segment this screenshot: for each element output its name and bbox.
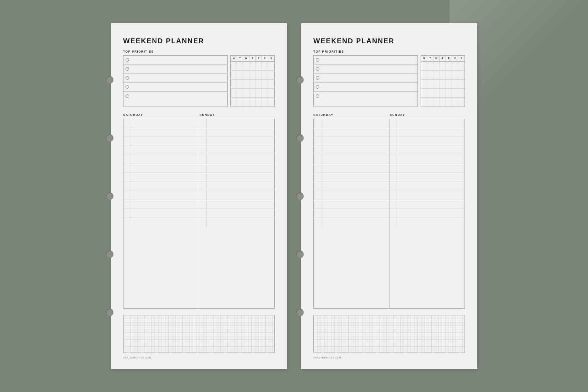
sevent-3[interactable] bbox=[207, 137, 275, 146]
sat-row-12[interactable] bbox=[123, 218, 199, 227]
r-sat-row-8[interactable] bbox=[314, 182, 389, 191]
checkbox-1[interactable] bbox=[126, 58, 129, 62]
rhc-1-1[interactable] bbox=[421, 62, 427, 71]
r-sevent-8[interactable] bbox=[397, 182, 465, 191]
sun-row-9[interactable] bbox=[199, 191, 275, 200]
r-sat-row-2[interactable] bbox=[314, 128, 389, 137]
rhc-5-2[interactable] bbox=[427, 98, 433, 107]
r-sat-row-5[interactable] bbox=[314, 155, 389, 164]
event-4[interactable] bbox=[131, 146, 199, 155]
sat-row-10[interactable] bbox=[123, 200, 199, 209]
rhc-1-2[interactable] bbox=[427, 62, 433, 71]
event-9[interactable] bbox=[131, 191, 199, 200]
sevent-9[interactable] bbox=[207, 191, 275, 200]
rhc-4-5[interactable] bbox=[446, 89, 452, 98]
r-sun-row-1[interactable] bbox=[389, 119, 465, 128]
rhc-4-7[interactable] bbox=[458, 89, 465, 98]
hc-4-7[interactable] bbox=[268, 89, 274, 98]
hc-1-3[interactable] bbox=[243, 62, 249, 71]
hc-2-7[interactable] bbox=[268, 71, 274, 80]
sevent-6[interactable] bbox=[207, 164, 275, 173]
hc-4-3[interactable] bbox=[243, 89, 249, 98]
sat-row-11[interactable] bbox=[123, 209, 199, 218]
r-event-4[interactable] bbox=[321, 146, 389, 155]
rhc-5-1[interactable] bbox=[421, 98, 427, 107]
sevent-4[interactable] bbox=[207, 146, 275, 155]
rhc-3-4[interactable] bbox=[440, 80, 446, 89]
sevent-11[interactable] bbox=[207, 209, 275, 218]
sevent-7[interactable] bbox=[207, 173, 275, 182]
sevent-5[interactable] bbox=[207, 155, 275, 164]
r-event-3[interactable] bbox=[321, 137, 389, 146]
r-event-7[interactable] bbox=[321, 173, 389, 182]
r-sun-row-10[interactable] bbox=[389, 200, 465, 209]
sun-row-5[interactable] bbox=[199, 155, 275, 164]
checkbox-5[interactable] bbox=[126, 94, 129, 98]
r-sat-row-4[interactable] bbox=[314, 146, 389, 155]
r-event-11[interactable] bbox=[321, 209, 389, 218]
r-sun-row-9[interactable] bbox=[389, 191, 465, 200]
hc-5-5[interactable] bbox=[256, 98, 262, 107]
event-2[interactable] bbox=[131, 128, 199, 137]
event-6[interactable] bbox=[131, 164, 199, 173]
r-priority-item-2[interactable] bbox=[314, 65, 417, 74]
rhc-2-4[interactable] bbox=[440, 71, 446, 80]
sun-row-6[interactable] bbox=[199, 164, 275, 173]
sat-row-9[interactable] bbox=[123, 191, 199, 200]
r-event-5[interactable] bbox=[321, 155, 389, 164]
r-sat-row-11[interactable] bbox=[314, 209, 389, 218]
sevent-10[interactable] bbox=[207, 200, 275, 209]
priority-item-1[interactable] bbox=[123, 56, 227, 65]
r-checkbox-2[interactable] bbox=[316, 67, 319, 71]
sevent-1[interactable] bbox=[207, 119, 275, 128]
r-priority-item-3[interactable] bbox=[314, 74, 417, 83]
r-event-6[interactable] bbox=[321, 164, 389, 173]
hc-2-4[interactable] bbox=[249, 71, 256, 80]
r-sun-row-11[interactable] bbox=[389, 209, 465, 218]
rhc-2-7[interactable] bbox=[458, 71, 465, 80]
hc-3-1[interactable] bbox=[231, 80, 237, 89]
r-checkbox-5[interactable] bbox=[316, 94, 319, 98]
event-12[interactable] bbox=[131, 218, 199, 227]
hc-1-1[interactable] bbox=[231, 62, 237, 71]
hc-5-4[interactable] bbox=[249, 98, 256, 107]
priority-item-2[interactable] bbox=[123, 65, 227, 74]
r-sat-row-10[interactable] bbox=[314, 200, 389, 209]
r-sun-row-6[interactable] bbox=[389, 164, 465, 173]
rhc-5-3[interactable] bbox=[433, 98, 440, 107]
r-priority-item-4[interactable] bbox=[314, 83, 417, 92]
rhc-2-1[interactable] bbox=[421, 71, 427, 80]
rhc-1-7[interactable] bbox=[458, 62, 465, 71]
hc-1-5[interactable] bbox=[256, 62, 262, 71]
rhc-4-3[interactable] bbox=[433, 89, 440, 98]
r-sevent-11[interactable] bbox=[397, 209, 465, 218]
r-sevent-10[interactable] bbox=[397, 200, 465, 209]
notes-section-right[interactable] bbox=[313, 315, 465, 353]
r-sun-row-3[interactable] bbox=[389, 137, 465, 146]
rhc-4-2[interactable] bbox=[427, 89, 433, 98]
r-sun-row-2[interactable] bbox=[389, 128, 465, 137]
hc-1-4[interactable] bbox=[249, 62, 256, 71]
r-sat-row-12[interactable] bbox=[314, 218, 389, 227]
sat-row-3[interactable] bbox=[123, 137, 199, 146]
event-3[interactable] bbox=[131, 137, 199, 146]
r-sun-row-7[interactable] bbox=[389, 173, 465, 182]
r-sevent-9[interactable] bbox=[397, 191, 465, 200]
sevent-2[interactable] bbox=[207, 128, 275, 137]
r-sevent-2[interactable] bbox=[397, 128, 465, 137]
sun-row-7[interactable] bbox=[199, 173, 275, 182]
hc-3-4[interactable] bbox=[249, 80, 256, 89]
hc-4-6[interactable] bbox=[262, 89, 268, 98]
r-sevent-1[interactable] bbox=[397, 119, 465, 128]
sat-row-5[interactable] bbox=[123, 155, 199, 164]
r-sevent-4[interactable] bbox=[397, 146, 465, 155]
hc-5-3[interactable] bbox=[243, 98, 249, 107]
rhc-4-6[interactable] bbox=[452, 89, 458, 98]
rhc-5-6[interactable] bbox=[452, 98, 458, 107]
r-sevent-5[interactable] bbox=[397, 155, 465, 164]
r-sevent-12[interactable] bbox=[397, 218, 465, 227]
r-checkbox-1[interactable] bbox=[316, 58, 319, 62]
sun-row-1[interactable] bbox=[199, 119, 275, 128]
rhc-2-6[interactable] bbox=[452, 71, 458, 80]
sun-row-3[interactable] bbox=[199, 137, 275, 146]
